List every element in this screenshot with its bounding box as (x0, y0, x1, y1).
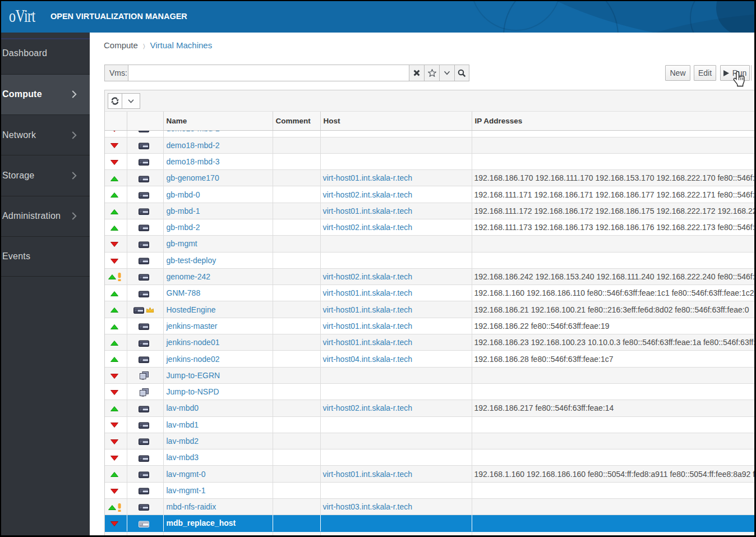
vm-row-mbd-nfs-raidix[interactable]: mbd-nfs-raidixvirt-host03.int.skala-r.te… (105, 499, 754, 515)
column-header-type[interactable] (127, 112, 163, 130)
column-header-ip[interactable]: IP Addresses (472, 112, 754, 130)
vm-name-link[interactable]: mdb_replace_host (164, 518, 273, 527)
vm-name-link[interactable]: GNM-788 (164, 288, 273, 297)
vm-row-Jump-to-NSPD[interactable]: Jump-to-NSPD (105, 383, 754, 400)
vm-row-demo18-mbd-3[interactable]: demo18-mbd-3 (105, 153, 754, 169)
refresh-menu-button[interactable] (122, 93, 140, 109)
vm-host-cell (320, 433, 472, 449)
vm-name-link[interactable]: gb-mbd-0 (164, 190, 273, 199)
column-header-comment[interactable]: Comment (273, 112, 320, 130)
vm-host-link[interactable]: virt-host02.int.skala-r.tech (321, 223, 472, 232)
sidebar-item-storage[interactable]: Storage (1, 155, 90, 195)
vm-row-lav-mbd0[interactable]: lav-mbd0virt-host02.int.skala-r.tech192.… (105, 400, 754, 416)
vm-type-cell (127, 268, 163, 284)
status-down-icon (110, 456, 118, 461)
breadcrumb-section[interactable]: Compute (104, 40, 138, 50)
vm-name-link[interactable]: gb-mgmt (164, 239, 273, 248)
sidebar-item-events[interactable]: Events (1, 236, 90, 277)
clear-search-button[interactable] (409, 65, 424, 81)
vm-row-HostedEngine[interactable]: HostedEnginevirt-host01.int.skala-r.tech… (105, 301, 754, 318)
status-down-icon (110, 439, 118, 444)
vm-host-link[interactable]: virt-host01.int.skala-r.tech (321, 173, 472, 182)
search-history-dropdown-button[interactable] (439, 65, 454, 81)
vm-name-link[interactable]: lav-mbd1 (164, 420, 273, 429)
vm-name-link[interactable]: genome-242 (164, 272, 273, 281)
vm-comment-cell (273, 334, 320, 351)
bookmark-search-button[interactable] (424, 65, 439, 81)
vm-row-Jump-to-EGRN[interactable]: Jump-to-EGRN (105, 367, 754, 383)
vm-row-gb-mbd-1[interactable]: gb-mbd-1virt-host01.int.skala-r.tech192.… (105, 203, 754, 219)
vm-type-cell (127, 466, 163, 482)
sidebar-item-dashboard[interactable]: Dashboard (1, 33, 90, 74)
vm-name-link[interactable]: lav-mgmt-0 (164, 470, 273, 479)
vm-name-link[interactable]: lav-mbd3 (164, 453, 273, 462)
vm-row-lav-mbd2[interactable]: lav-mbd2 (105, 433, 754, 449)
status-up-icon (110, 341, 118, 346)
vm-row-lav-mgmt-1[interactable]: lav-mgmt-1 (105, 482, 754, 498)
vm-name-link[interactable]: jenkins-master (164, 322, 273, 331)
vm-host-link[interactable]: virt-host02.int.skala-r.tech (321, 190, 472, 199)
vm-row-gb-mbd-0[interactable]: gb-mbd-0virt-host02.int.skala-r.tech192.… (105, 186, 754, 203)
vm-name-link[interactable]: gb-genome170 (164, 173, 273, 182)
vm-host-link[interactable]: virt-host04.int.skala-r.tech (321, 355, 472, 364)
vm-row-demo18-mbd-1[interactable]: demo18-mbd-1 (105, 131, 754, 137)
chevron-right-icon (72, 131, 77, 139)
vm-row-gb-mbd-2[interactable]: gb-mbd-2virt-host02.int.skala-r.tech192.… (105, 219, 754, 235)
vm-row-genome-242[interactable]: genome-242virt-host02.int.skala-r.tech19… (105, 268, 754, 284)
vm-name-link[interactable]: jenkins-node02 (164, 355, 273, 364)
search-input[interactable] (128, 65, 409, 81)
vm-row-lav-mbd1[interactable]: lav-mbd1 (105, 416, 754, 433)
vm-name-link[interactable]: lav-mbd2 (164, 437, 273, 446)
vm-host-link[interactable]: virt-host01.int.skala-r.tech (321, 470, 472, 479)
ovirt-logo[interactable]: oVirt (9, 6, 35, 25)
vm-name-link[interactable]: demo18-mbd-3 (164, 157, 273, 166)
vm-name-link[interactable]: lav-mgmt-1 (164, 486, 273, 495)
vm-row[interactable] (105, 531, 754, 535)
vm-host-link[interactable]: virt-host01.int.skala-r.tech (321, 338, 472, 347)
status-up-icon (110, 209, 118, 214)
vm-type-cell (127, 301, 163, 318)
vm-name-link[interactable]: jenkins-node01 (164, 338, 273, 347)
vm-row-gb-genome170[interactable]: gb-genome170virt-host01.int.skala-r.tech… (105, 170, 754, 186)
vm-name-link[interactable]: mbd-nfs-raidix (164, 502, 273, 511)
vm-name-link[interactable]: Jump-to-NSPD (164, 387, 273, 396)
vm-type-cell (127, 400, 163, 416)
sidebar-item-administration[interactable]: Administration (1, 196, 90, 236)
vm-host-link[interactable]: virt-host02.int.skala-r.tech (321, 272, 472, 281)
sidebar-item-network[interactable]: Network (1, 114, 90, 155)
vm-name-link[interactable]: HostedEngine (164, 305, 273, 314)
vm-row-lav-mgmt-0[interactable]: lav-mgmt-0virt-host01.int.skala-r.tech19… (105, 466, 754, 482)
vm-row-jenkins-node01[interactable]: jenkins-node01virt-host01.int.skala-r.te… (105, 334, 754, 351)
search-button[interactable] (454, 65, 469, 81)
vm-name-link[interactable]: lav-mbd0 (164, 403, 273, 412)
vm-row-jenkins-node02[interactable]: jenkins-node02virt-host04.int.skala-r.te… (105, 351, 754, 367)
vm-row-lav-mbd3[interactable]: lav-mbd3 (105, 449, 754, 466)
vm-name-link[interactable]: gb-test-deploy (164, 256, 273, 265)
breadcrumb-page-link[interactable]: Virtual Machines (150, 40, 213, 50)
vm-name-link[interactable]: gb-mbd-1 (164, 206, 273, 215)
vm-name-link[interactable]: Jump-to-EGRN (164, 371, 273, 380)
vm-row-jenkins-master[interactable]: jenkins-mastervirt-host01.int.skala-r.te… (105, 318, 754, 334)
vm-host-link[interactable]: virt-host01.int.skala-r.tech (321, 206, 472, 215)
vm-row-gb-mgmt[interactable]: gb-mgmt (105, 236, 754, 252)
new-vm-button[interactable]: New (665, 65, 690, 81)
vm-host-link[interactable]: virt-host03.int.skala-r.tech (321, 502, 472, 511)
column-header-name[interactable]: Name (163, 112, 273, 130)
vm-row-gb-test-deploy[interactable]: gb-test-deploy (105, 252, 754, 268)
vm-host-link[interactable]: virt-host01.int.skala-r.tech (321, 288, 472, 297)
vm-host-link[interactable]: virt-host01.int.skala-r.tech (321, 322, 472, 331)
run-vm-button[interactable]: Run (720, 65, 750, 81)
vm-name-link[interactable]: demo18-mbd-2 (164, 141, 273, 150)
sidebar-item-compute[interactable]: Compute (1, 74, 90, 114)
vm-name-link[interactable]: demo18-mbd-1 (164, 131, 273, 133)
column-header-status[interactable] (105, 112, 127, 130)
refresh-button[interactable] (108, 93, 122, 109)
vm-row-GNM-788[interactable]: GNM-788virt-host01.int.skala-r.tech192.1… (105, 285, 754, 301)
vm-row-demo18-mbd-2[interactable]: demo18-mbd-2 (105, 137, 754, 153)
column-header-host[interactable]: Host (320, 112, 472, 130)
vm-host-link[interactable]: virt-host01.int.skala-r.tech (321, 305, 472, 314)
edit-vm-button[interactable]: Edit (694, 65, 716, 81)
vm-row-mdb_replace_host[interactable]: mdb_replace_host (105, 515, 754, 531)
vm-name-link[interactable]: gb-mbd-2 (164, 223, 273, 232)
vm-host-link[interactable]: virt-host02.int.skala-r.tech (321, 403, 472, 412)
